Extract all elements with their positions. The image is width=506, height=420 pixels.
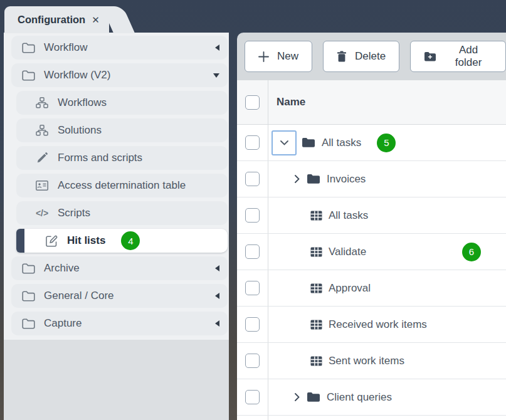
tab-configuration[interactable]: Configuration ✕: [4, 6, 109, 33]
chevron-right-icon[interactable]: [295, 175, 300, 183]
add-folder-button[interactable]: Add folder: [410, 41, 506, 72]
chevron-left-icon: [215, 320, 219, 327]
step-badge-6: 6: [462, 243, 481, 261]
table-row-client-queries[interactable]: Client queries: [237, 379, 506, 416]
hierarchy-icon: [34, 125, 50, 136]
folder-icon: [21, 43, 36, 53]
collapse-expander-button[interactable]: [271, 130, 297, 155]
row-label: Approval: [329, 282, 371, 295]
selection-accent-bar: [16, 229, 24, 253]
row-checkbox[interactable]: [245, 390, 260, 404]
row-checkbox[interactable]: [245, 354, 260, 368]
pencil-icon: [34, 152, 50, 164]
hit-lists-table: Name All tasks 5: [237, 80, 506, 420]
delete-button-label: Delete: [355, 50, 386, 63]
folder-icon: [21, 70, 36, 81]
grid-icon: [310, 247, 322, 257]
chevron-right-icon[interactable]: [295, 393, 300, 401]
chevron-left-icon: [215, 265, 219, 271]
row-label: Client queries: [327, 391, 392, 404]
tab-close-icon[interactable]: ✕: [92, 14, 100, 26]
add-folder-button-label: Add folder: [445, 44, 492, 69]
sidebar-item-label: Workflows: [58, 97, 107, 109]
sidebar-nav-list: Workflow Workflow (V2) Workflows Solutio…: [4, 33, 229, 340]
chevron-left-icon: [215, 45, 219, 51]
grid-icon: [310, 211, 322, 221]
sidebar-item-label: Hit lists: [67, 234, 105, 247]
edit-icon: [44, 234, 59, 248]
header-checkbox-cell: [237, 80, 268, 124]
sidebar-item-capture[interactable]: Capture: [11, 312, 228, 335]
step-badge-5: 5: [377, 134, 396, 152]
row-checkbox[interactable]: [245, 135, 260, 150]
sidebar: Workflow Workflow (V2) Workflows Solutio…: [4, 33, 229, 420]
grid-icon: [310, 356, 322, 366]
folder-filled-icon: [307, 174, 320, 184]
row-label: Invoices: [327, 173, 366, 186]
grid-icon: [310, 283, 322, 293]
row-checkbox[interactable]: [245, 172, 260, 186]
row-checkbox[interactable]: [245, 317, 260, 332]
sidebar-item-forms-and-scripts[interactable]: Forms and scripts: [16, 146, 228, 170]
sidebar-item-label: Workflow: [44, 41, 88, 54]
row-checkbox[interactable]: [245, 281, 260, 295]
chevron-down-icon: [213, 73, 219, 78]
contact-card-icon: [34, 181, 50, 191]
sidebar-item-access-determination-table[interactable]: Access determination table: [16, 174, 228, 197]
hierarchy-icon: [34, 97, 50, 108]
step-badge-4: 4: [121, 231, 140, 250]
row-checkbox[interactable]: [245, 208, 260, 223]
folder-icon: [21, 318, 36, 329]
table-row-validate[interactable]: Validate 6: [237, 234, 506, 270]
tab-title: Configuration: [18, 14, 85, 26]
delete-button[interactable]: Delete: [323, 41, 399, 72]
table-row-received-work-items[interactable]: Received work items: [237, 307, 506, 343]
row-checkbox[interactable]: [245, 244, 260, 259]
sidebar-item-label: Solutions: [58, 124, 102, 137]
sidebar-item-solutions[interactable]: Solutions: [16, 118, 228, 142]
sidebar-item-label: Access determination table: [58, 179, 186, 192]
folder-filled-icon: [302, 137, 315, 148]
folder-plus-icon: [424, 51, 436, 62]
select-all-checkbox[interactable]: [245, 95, 260, 110]
sidebar-item-archive[interactable]: Archive: [11, 256, 228, 280]
grid-icon: [310, 320, 322, 330]
row-label: All tasks: [329, 209, 368, 222]
table-row-all-tasks[interactable]: All tasks: [237, 197, 506, 234]
toolbar: New Delete Add folder: [237, 33, 506, 80]
plus-icon: [258, 51, 269, 62]
sidebar-item-hit-lists[interactable]: Hit lists 4: [16, 229, 228, 253]
sidebar-item-general-core[interactable]: General / Core: [11, 284, 228, 308]
row-label: Sent work items: [329, 355, 404, 367]
sidebar-item-label: Capture: [44, 317, 82, 330]
table-row-partial: [237, 416, 506, 420]
folder-icon: [21, 291, 36, 302]
code-icon: </>: [34, 208, 50, 218]
row-label: Validate: [329, 246, 366, 258]
table-row-sent-work-items[interactable]: Sent work items: [237, 343, 506, 379]
name-column-header: Name: [268, 80, 506, 124]
sidebar-item-workflow-v2[interactable]: Workflow (V2): [11, 63, 228, 87]
sidebar-item-label: Workflow (V2): [44, 69, 110, 81]
folder-icon: [21, 263, 36, 274]
sidebar-item-label: Scripts: [58, 207, 90, 219]
folder-filled-icon: [307, 392, 320, 402]
sidebar-item-label: Forms and scripts: [58, 152, 142, 164]
table-row-invoices[interactable]: Invoices: [237, 161, 506, 197]
table-row-approval[interactable]: Approval: [237, 270, 506, 307]
sidebar-item-label: General / Core: [44, 290, 114, 302]
trash-icon: [337, 51, 347, 62]
main-panel: New Delete Add folder Name: [237, 33, 506, 420]
sidebar-item-scripts[interactable]: </> Scripts: [16, 201, 228, 225]
table-header: Name: [237, 80, 506, 125]
table-row-all-tasks-folder[interactable]: All tasks 5: [237, 125, 506, 161]
row-label: Received work items: [329, 318, 427, 331]
chevron-left-icon: [215, 293, 219, 299]
sidebar-item-workflow[interactable]: Workflow: [11, 36, 228, 60]
new-button-label: New: [277, 50, 298, 63]
new-button[interactable]: New: [245, 41, 312, 72]
sidebar-item-workflows[interactable]: Workflows: [16, 91, 228, 115]
row-label: All tasks: [322, 137, 361, 149]
sidebar-item-label: Archive: [44, 262, 80, 275]
